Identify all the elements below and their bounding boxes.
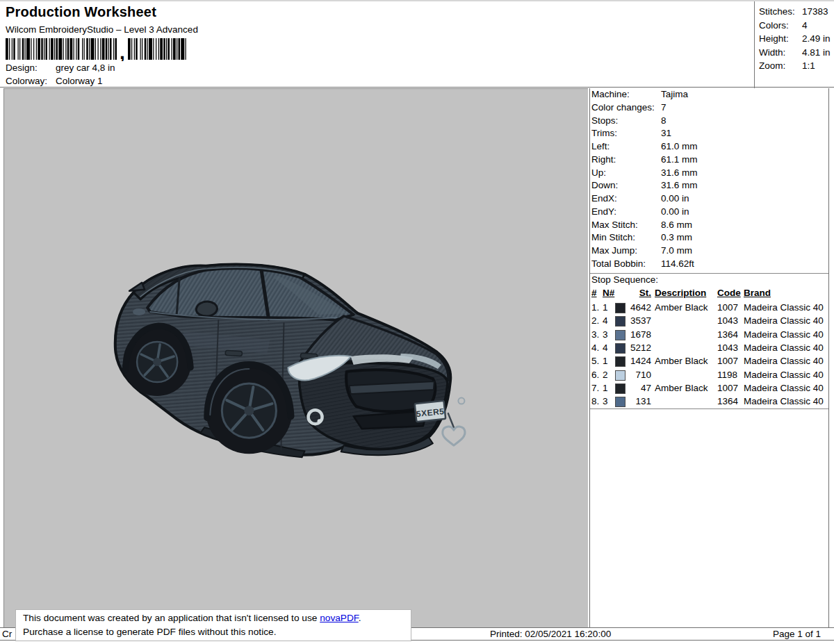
stop-sequence-title: Stop Sequence: [591, 274, 658, 285]
stop-sequence-row: 2.435371043Madeira Classic 40 [590, 314, 828, 327]
thread-color-swatch [615, 330, 626, 340]
barcode-separator: , [120, 42, 125, 61]
machine-row: Down:31.6 mm [590, 179, 828, 192]
footer-page-number: Page 1 of 1 [773, 629, 821, 639]
design-canvas: 5XER5 [3, 88, 588, 627]
machine-row: Max Stitch:8.6 mm [590, 219, 828, 232]
stop-sequence-row: 4.452121043Madeira Classic 40 [590, 341, 828, 354]
stop-sequence-row: 8.31311364Madeira Classic 40 [590, 395, 828, 408]
stat-row: Height:2.49 in [759, 32, 831, 46]
header-divider [754, 1, 755, 89]
footer-printed-timestamp: Printed: 02/05/2021 16:20:00 [490, 629, 611, 639]
thread-color-swatch [615, 397, 626, 407]
machine-row: Left:61.0 mm [590, 140, 828, 154]
worksheet-header: Production Worksheet Wilcom EmbroiderySt… [0, 0, 834, 88]
tow-ring [458, 398, 464, 404]
colorway-label: Colorway: [6, 76, 56, 86]
thread-color-swatch [615, 370, 626, 381]
machine-row: Right:61.1 mm [590, 154, 828, 167]
novapdf-license-notice: This document was created by an applicat… [15, 609, 411, 641]
thread-color-swatch [615, 316, 626, 327]
thread-color-swatch [615, 356, 626, 367]
machine-row: Min Stitch:0.3 mm [590, 231, 828, 245]
novapdf-link[interactable]: novaPDF [320, 613, 359, 623]
colorway-row: Colorway:Colorway 1 [6, 76, 103, 86]
stop-sequence-row: 6.27101198Madeira Classic 40 [590, 368, 828, 381]
notice-line-2: Purchase a license to generate PDF files… [23, 625, 411, 639]
thread-color-swatch [615, 303, 626, 313]
machine-row: EndX:0.00 in [590, 192, 828, 206]
machine-info-panel: Machine:Tajima Color changes:7 Stops:8 T… [589, 88, 829, 627]
stop-sequence-row: 7.147Amber Black1007Madeira Classic 40 [590, 381, 828, 395]
design-label: Design: [6, 63, 56, 73]
panel-divider [590, 408, 828, 409]
thread-color-swatch [615, 383, 626, 394]
stat-row: Stitches:17383 [759, 5, 831, 19]
machine-row: Total Bobbin:114.62ft [590, 258, 828, 271]
page-title: Production Worksheet [6, 4, 156, 20]
heart-charm [443, 427, 465, 445]
stat-row: Colors:4 [759, 19, 831, 33]
stop-sequence-row: 1.14642Amber Black1007Madeira Classic 40 [590, 301, 828, 314]
stop-sequence-row: 3.316781364Madeira Classic 40 [590, 328, 828, 341]
machine-row: Machine:Tajima [590, 88, 828, 101]
machine-row: Trims:31 [590, 127, 828, 140]
machine-row: Stops:8 [590, 115, 828, 128]
panel-divider [590, 273, 828, 274]
stop-sequence-header: # N# St. Description Code Brand [590, 288, 828, 301]
car-embroidery-graphic: 5XER5 [101, 247, 495, 465]
stop-sequence-row: 5.11424Amber Black1007Madeira Classic 40 [590, 354, 828, 368]
license-plate: 5XER5 [415, 401, 446, 422]
stat-row: Zoom:1:1 [759, 59, 831, 73]
machine-row: Up:31.6 mm [590, 167, 828, 180]
machine-row: EndY:0.00 in [590, 206, 828, 219]
stat-row: Width:4.81 in [759, 46, 831, 60]
design-value: grey car 4,8 in [56, 63, 115, 73]
design-barcode: , [6, 38, 195, 61]
footer-created-partial: Cr [2, 629, 12, 639]
design-stats: Stitches:17383 Colors:4 Height:2.49 in W… [759, 5, 831, 73]
colorway-value: Colorway 1 [56, 76, 103, 86]
machine-row: Max Jump:7.0 mm [590, 245, 828, 258]
machine-row: Color changes:7 [590, 101, 828, 115]
software-subtitle: Wilcom EmbroideryStudio – Level 3 Advanc… [6, 24, 198, 35]
design-row: Design:grey car 4,8 in [6, 63, 115, 73]
notice-line-1: This document was created by an applicat… [23, 611, 411, 625]
thread-color-swatch [615, 343, 626, 354]
